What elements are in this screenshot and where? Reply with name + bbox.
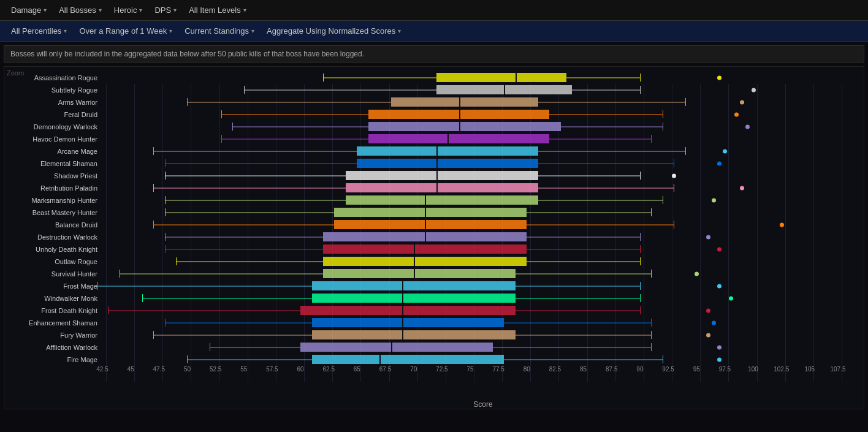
whisker-right — [538, 200, 663, 200]
whisker-right-cap — [663, 355, 663, 363]
whisker-left — [153, 188, 346, 188]
whisker-left-cap — [176, 257, 177, 265]
median-line — [402, 306, 403, 315]
whisker-left-cap — [165, 172, 166, 180]
whisker-right — [538, 151, 685, 151]
bar-area — [102, 305, 864, 316]
median-line — [516, 73, 517, 82]
nav-range-1-week[interactable]: Over a Range of 1 Week ▾ — [73, 23, 178, 39]
whisker-left-cap — [165, 159, 166, 167]
x-tick-label: 87.5 — [606, 366, 617, 373]
row-label: Unholy Death Knight — [4, 246, 102, 253]
whisker-right — [527, 261, 640, 262]
row-label: Enhancement Shaman — [4, 319, 102, 327]
outlier-dot — [740, 100, 744, 104]
bar-area — [102, 268, 864, 279]
whisker-right-cap — [651, 270, 652, 278]
bar-area — [102, 96, 864, 108]
chevron-down-icon: ▾ — [398, 28, 401, 34]
whisker-right — [527, 237, 640, 237]
nav-current-standings[interactable]: Current Standings ▾ — [178, 23, 261, 39]
x-axis-title: Score — [4, 399, 864, 409]
whisker-left-cap — [323, 74, 324, 81]
median-line — [414, 244, 415, 254]
x-tick-label: 72.5 — [436, 366, 447, 373]
x-tick-label: 65 — [354, 366, 360, 373]
chevron-down-icon: ▾ — [139, 7, 142, 13]
row-label: Marksmanship Hunter — [4, 197, 102, 204]
whisker-right-cap — [640, 257, 641, 265]
nav-all-bosses[interactable]: All Bosses ▾ — [53, 2, 108, 18]
whisker-left-cap — [153, 221, 154, 229]
whisker-left — [142, 298, 312, 298]
nav-all-percentiles[interactable]: All Percentiles ▾ — [5, 23, 73, 39]
whisker-right — [549, 114, 663, 115]
whisker-left — [323, 77, 436, 78]
table-row: Windwalker Monk — [4, 292, 864, 304]
bar-area — [102, 292, 864, 304]
whisker-right — [572, 89, 640, 90]
bar-area — [102, 72, 864, 83]
box — [312, 294, 516, 303]
whisker-right — [527, 224, 674, 225]
row-label: Retribution Paladin — [4, 184, 102, 192]
table-row: Elemental Shaman — [4, 157, 864, 169]
whisker-left-cap — [165, 208, 166, 216]
table-row: Assassination Rogue — [4, 72, 864, 83]
table-row: Affliction Warlock — [4, 341, 864, 353]
x-tick-label: 82.5 — [549, 366, 561, 373]
box — [346, 195, 538, 205]
whisker-left-cap — [153, 331, 154, 339]
outlier-dot — [780, 222, 784, 227]
whisker-right — [561, 126, 663, 127]
whisker-left-cap — [165, 233, 166, 241]
outlier-dot — [734, 112, 739, 116]
whisker-left — [232, 126, 368, 127]
nav-heroic[interactable]: Heroic ▾ — [108, 2, 149, 18]
table-row: Feral Druid — [4, 108, 864, 120]
median-line — [414, 269, 415, 278]
whisker-right — [504, 359, 662, 360]
outlier-dot — [712, 198, 716, 202]
table-row: Fire Mage — [4, 354, 864, 365]
x-tick-label: 75 — [466, 366, 473, 373]
whisker-right-cap — [663, 196, 663, 204]
chevron-down-icon: ▾ — [169, 28, 172, 34]
x-tick-label: 67.5 — [379, 366, 391, 373]
outlier-dot — [672, 173, 676, 178]
box — [357, 146, 538, 156]
whisker-right-cap — [640, 245, 641, 253]
nav-aggregate-normalized[interactable]: Aggregate Using Normalized Scores ▾ — [261, 23, 407, 39]
whisker-left — [165, 212, 335, 213]
row-label: Demonology Warlock — [4, 123, 102, 131]
median-line — [425, 232, 426, 241]
whisker-right-cap — [640, 172, 641, 180]
whisker-left-cap — [210, 343, 210, 351]
median-line — [436, 183, 438, 192]
table-row: Shadow Priest — [4, 170, 864, 181]
whisker-right-cap — [640, 86, 641, 94]
whisker-left-cap — [187, 355, 188, 363]
x-tick-label: 62.5 — [322, 366, 334, 373]
row-label: Beast Mastery Hunter — [4, 209, 102, 216]
whisker-left — [244, 89, 436, 90]
row-label: Fury Warrior — [4, 332, 102, 339]
box — [334, 208, 527, 217]
row-label: Subtlety Rogue — [4, 86, 102, 94]
whisker-right — [516, 298, 640, 298]
whisker-left — [165, 200, 346, 200]
whisker-right-cap — [663, 123, 663, 131]
whisker-left-cap — [97, 282, 97, 290]
nav-bar-1: Damage ▾ All Bosses ▾ Heroic ▾ DPS ▾ All… — [0, 0, 868, 21]
nav-dps[interactable]: DPS ▾ — [148, 2, 183, 18]
whisker-right — [566, 77, 640, 78]
whisker-right — [516, 335, 652, 335]
outlier-dot — [723, 149, 727, 153]
bar-area — [102, 256, 864, 267]
whisker-left-cap — [142, 294, 143, 302]
nav-damage[interactable]: Damage ▾ — [5, 2, 53, 18]
row-label: Arcane Mage — [4, 148, 102, 155]
row-label: Shadow Priest — [4, 172, 102, 180]
whisker-left — [165, 163, 357, 164]
nav-all-item-levels[interactable]: All Item Levels ▾ — [183, 2, 253, 18]
